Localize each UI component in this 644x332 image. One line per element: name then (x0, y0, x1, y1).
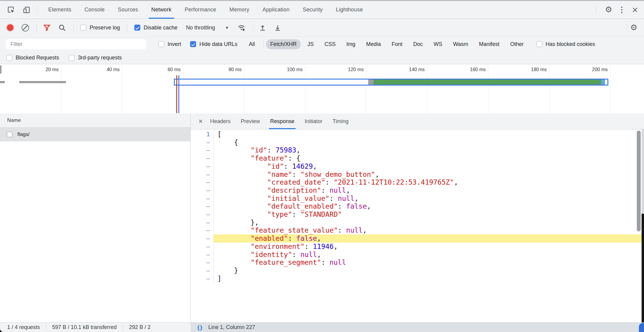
filter-chip-ws[interactable]: WS (429, 39, 446, 49)
more-options-button[interactable]: ⋮ (615, 3, 628, 17)
detail-tab-timing[interactable]: Timing (332, 113, 348, 129)
has-blocked-cookies-label: Has blocked cookies (546, 41, 595, 47)
invert-checkbox[interactable] (158, 41, 164, 47)
response-viewer[interactable]: 1[– {– "id": 75983,– "feature": {– "id":… (191, 129, 644, 322)
disable-cache-checkbox[interactable] (134, 25, 140, 31)
code-text: "initial_value": null, (214, 195, 644, 203)
pretty-print-icon[interactable]: {} (197, 324, 203, 331)
filter-chip-media[interactable]: Media (362, 39, 385, 49)
gridline (427, 64, 428, 113)
hide-data-urls-checkbox[interactable] (190, 41, 196, 47)
fold-toggle[interactable]: – (191, 267, 214, 275)
filter-chip-font[interactable]: Font (387, 39, 407, 49)
network-overview[interactable]: 20 ms40 ms60 ms80 ms100 ms120 ms140 ms16… (0, 64, 644, 114)
status-item: 597 B / 10.1 kB transferred (52, 324, 117, 330)
gridline (61, 64, 61, 113)
code-text: "description": null, (214, 186, 644, 195)
network-conditions-button[interactable] (237, 23, 246, 32)
filter-chip-wasm[interactable]: Wasm (449, 39, 472, 49)
event-line-domcontentloaded (176, 75, 177, 113)
blocked-requests-label: Blocked Requests (16, 55, 59, 61)
inspect-element-button[interactable] (7, 5, 16, 14)
device-toolbar-button[interactable] (22, 5, 31, 14)
tab-console[interactable]: Console (78, 1, 111, 19)
record-button[interactable] (7, 24, 13, 31)
gridline (366, 64, 366, 113)
fold-toggle[interactable]: – (191, 275, 214, 283)
detail-tab-headers[interactable]: Headers (210, 113, 231, 129)
request-row[interactable]: flags/ (0, 128, 190, 141)
filter-chip-manifest[interactable]: Manifest (475, 39, 504, 49)
tab-sources[interactable]: Sources (111, 1, 145, 19)
fold-toggle[interactable]: – (191, 138, 214, 146)
tab-memory[interactable]: Memory (223, 1, 256, 19)
ruler-label: 100 ms (260, 67, 303, 72)
fold-toggle[interactable]: – (191, 219, 214, 227)
has-blocked-cookies-checkbox[interactable] (536, 41, 542, 47)
detail-tab-response[interactable]: Response (270, 113, 294, 129)
code-text: "feature_state_value": null, (214, 226, 644, 234)
search-button[interactable] (58, 24, 66, 32)
fold-toggle[interactable]: – (191, 210, 214, 219)
tab-lighthouse[interactable]: Lighthouse (329, 1, 369, 19)
code-text: ] (214, 275, 644, 283)
separator (46, 324, 46, 330)
chevron-down-icon[interactable]: ▾ (226, 25, 228, 30)
inspect-cursor-icon (7, 6, 15, 14)
overview-left-handle[interactable] (0, 65, 1, 74)
tab-elements[interactable]: Elements (42, 1, 78, 19)
status-item: 1 / 4 requests (7, 324, 40, 330)
third-party-requests-checkbox[interactable] (69, 55, 75, 61)
scrollbar-thumb[interactable] (637, 131, 641, 231)
preserve-log-checkbox[interactable] (80, 25, 86, 31)
response-line: – "initial_value": null, (191, 195, 644, 203)
code-text: }, (214, 219, 644, 227)
detail-tab-initiator[interactable]: Initiator (305, 113, 322, 129)
blocked-requests-checkbox[interactable] (6, 55, 12, 61)
network-settings-button[interactable]: ⚙ (627, 21, 640, 34)
name-column-header[interactable]: Name (0, 113, 190, 128)
response-line: – "description": null, (191, 186, 644, 195)
filter-input[interactable] (6, 39, 146, 49)
separator (127, 23, 127, 32)
filter-chip-css[interactable]: CSS (320, 39, 340, 49)
filter-chip-js[interactable]: JS (303, 39, 318, 49)
fold-toggle[interactable]: – (191, 226, 214, 234)
filter-toggle-button[interactable] (43, 24, 51, 32)
close-detail-button[interactable]: × (196, 117, 205, 125)
tab-application[interactable]: Application (256, 1, 296, 19)
fold-toggle[interactable]: – (191, 178, 214, 186)
export-har-button[interactable] (274, 24, 281, 31)
fold-toggle[interactable]: – (191, 202, 214, 210)
filter-chip-other[interactable]: Other (506, 39, 528, 49)
settings-button[interactable]: ⚙ (602, 3, 615, 17)
fold-toggle[interactable]: – (191, 195, 214, 203)
tab-performance[interactable]: Performance (178, 1, 223, 19)
filter-chip-img[interactable]: Img (342, 39, 359, 49)
disable-cache-label: Disable cache (144, 25, 177, 31)
response-line: 1[ (191, 130, 644, 138)
filter-chip-all[interactable]: All (245, 39, 259, 49)
detail-tab-preview[interactable]: Preview (241, 113, 260, 129)
fold-toggle[interactable]: – (191, 186, 214, 195)
fold-toggle[interactable]: – (191, 171, 214, 179)
close-devtools-button[interactable]: × (628, 3, 642, 17)
fold-toggle[interactable]: – (191, 234, 214, 243)
tab-network[interactable]: Network (145, 1, 178, 19)
filter-chip-doc[interactable]: Doc (409, 39, 427, 49)
ruler-label: 140 ms (382, 67, 425, 72)
editor-status-bar: {} Line 1, Column 227 (191, 322, 644, 332)
fold-toggle[interactable]: – (191, 154, 214, 162)
fold-toggle[interactable]: – (191, 258, 214, 267)
fold-toggle[interactable]: – (191, 146, 214, 154)
fold-toggle[interactable]: – (191, 162, 214, 171)
line-number: 1 (191, 130, 214, 138)
throttling-select[interactable]: No throttling (186, 25, 215, 31)
request-checkbox[interactable] (7, 132, 12, 137)
filter-chip-fetch-xhr[interactable]: Fetch/XHR (266, 39, 301, 49)
tab-security[interactable]: Security (296, 1, 329, 19)
clear-button[interactable] (22, 24, 29, 32)
fold-toggle[interactable]: – (191, 243, 214, 251)
fold-toggle[interactable]: – (191, 251, 214, 259)
import-har-button[interactable] (259, 24, 266, 31)
